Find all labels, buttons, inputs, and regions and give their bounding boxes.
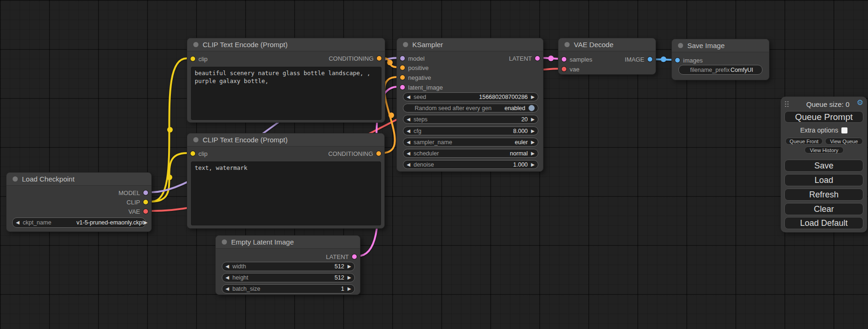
- decrement-arrow-icon[interactable]: ◀: [226, 264, 229, 269]
- increment-arrow-icon[interactable]: ▶: [531, 117, 535, 122]
- batch-size-widget[interactable]: ◀ batch_size 1 ▶: [222, 284, 355, 294]
- image-output-dot[interactable]: [648, 57, 652, 62]
- decrement-arrow-icon[interactable]: ◀: [407, 162, 410, 167]
- increment-arrow-icon[interactable]: ▶: [144, 220, 148, 225]
- decrement-arrow-icon[interactable]: ◀: [16, 220, 20, 225]
- input-slot-vae[interactable]: vae: [562, 65, 579, 73]
- decrement-arrow-icon[interactable]: ◀: [407, 151, 410, 156]
- latent-output-dot[interactable]: [535, 56, 540, 61]
- node-title-bar[interactable]: Save Image: [672, 39, 769, 52]
- decrement-arrow-icon[interactable]: ◀: [407, 140, 410, 145]
- output-slot-latent[interactable]: LATENT: [326, 253, 357, 260]
- cfg-widget[interactable]: ◀ cfg 8.000 ▶: [403, 126, 538, 135]
- samples-input-dot[interactable]: [562, 57, 566, 62]
- negative-prompt-textarea[interactable]: text, watermark: [191, 161, 381, 225]
- save-button[interactable]: Save: [784, 160, 863, 172]
- collapse-dot-icon[interactable]: [678, 43, 683, 48]
- scheduler-widget[interactable]: ◀ scheduler normal ▶: [403, 149, 538, 158]
- queue-prompt-button[interactable]: Queue Prompt: [784, 111, 863, 123]
- output-slot-conditioning[interactable]: CONDITIONING: [328, 150, 381, 157]
- output-slot-vae[interactable]: VAE: [128, 208, 148, 215]
- node-save-image[interactable]: Save Image images filename_prefix ComfyU…: [671, 39, 769, 80]
- vae-output-dot[interactable]: [143, 209, 148, 214]
- decrement-arrow-icon[interactable]: ◀: [226, 275, 229, 280]
- view-history-button[interactable]: View History: [804, 147, 844, 154]
- input-slot-negative[interactable]: negative: [400, 74, 431, 81]
- ckpt-name-widget[interactable]: ◀ ckpt_name v1-5-pruned-emaonly.ckpt ▶: [12, 217, 146, 228]
- input-slot-images[interactable]: images: [675, 56, 703, 64]
- node-title-bar[interactable]: Empty Latent Image: [216, 236, 360, 249]
- input-slot-positive[interactable]: positive: [400, 64, 429, 71]
- node-title-bar[interactable]: CLIP Text Encode (Prompt): [187, 38, 385, 51]
- increment-arrow-icon[interactable]: ▶: [347, 275, 351, 280]
- conditioning-output-dot[interactable]: [376, 151, 381, 156]
- increment-arrow-icon[interactable]: ▶: [347, 287, 351, 291]
- toggle-dot[interactable]: [529, 105, 535, 111]
- queue-front-button[interactable]: Queue Front: [785, 138, 823, 145]
- output-slot-model[interactable]: MODEL: [119, 189, 148, 196]
- negative-input-dot[interactable]: [400, 75, 405, 80]
- positive-input-dot[interactable]: [400, 65, 405, 70]
- node-title-bar[interactable]: CLIP Text Encode (Prompt): [187, 133, 384, 147]
- increment-arrow-icon[interactable]: ▶: [347, 264, 351, 269]
- output-slot-image[interactable]: IMAGE: [625, 56, 652, 63]
- increment-arrow-icon[interactable]: ▶: [531, 151, 535, 156]
- increment-arrow-icon[interactable]: ▶: [531, 162, 535, 167]
- latent-input-dot[interactable]: [400, 85, 405, 90]
- collapse-dot-icon[interactable]: [193, 42, 198, 47]
- view-queue-button[interactable]: View Queue: [825, 138, 863, 145]
- output-slot-clip[interactable]: CLIP: [127, 198, 148, 206]
- output-slot-conditioning[interactable]: CONDITIONING: [329, 55, 381, 62]
- increment-arrow-icon[interactable]: ▶: [531, 140, 535, 145]
- increment-arrow-icon[interactable]: ▶: [531, 129, 535, 133]
- model-input-dot[interactable]: [400, 56, 405, 61]
- collapse-dot-icon[interactable]: [222, 239, 227, 245]
- node-clip-text-encode-negative[interactable]: CLIP Text Encode (Prompt) clip CONDITION…: [187, 133, 385, 229]
- load-default-button[interactable]: Load Default: [784, 217, 863, 229]
- decrement-arrow-icon[interactable]: ◀: [407, 95, 410, 99]
- decrement-arrow-icon[interactable]: ◀: [226, 287, 229, 291]
- input-slot-model[interactable]: model: [400, 55, 424, 62]
- node-ksampler[interactable]: KSampler model positive negative latent_…: [396, 38, 543, 172]
- images-input-dot[interactable]: [675, 58, 680, 63]
- input-slot-clip[interactable]: clip: [191, 150, 208, 157]
- comfyui-canvas[interactable]: { "colors": { "clip": "#f0cf1b", "condit…: [0, 0, 868, 329]
- drag-handle-icon[interactable]: [785, 101, 789, 107]
- output-slot-latent[interactable]: LATENT: [509, 55, 540, 62]
- input-slot-samples[interactable]: samples: [562, 56, 592, 63]
- filename-prefix-widget[interactable]: filename_prefix ComfyUI: [678, 65, 762, 75]
- clear-button[interactable]: Clear: [784, 203, 863, 215]
- settings-gear-icon[interactable]: ⚙: [857, 98, 863, 107]
- node-clip-text-encode-positive[interactable]: CLIP Text Encode (Prompt) clip CONDITION…: [187, 38, 385, 123]
- height-widget[interactable]: ◀ height 512 ▶: [222, 273, 355, 282]
- load-button[interactable]: Load: [784, 174, 863, 186]
- clip-input-dot[interactable]: [191, 151, 195, 156]
- node-title-bar[interactable]: Load Checkpoint: [7, 173, 151, 186]
- denoise-widget[interactable]: ◀ denoise 1.000 ▶: [403, 160, 538, 169]
- model-output-dot[interactable]: [143, 190, 148, 195]
- input-slot-clip[interactable]: clip: [191, 55, 208, 63]
- extra-options-checkbox[interactable]: [841, 127, 847, 133]
- collapse-dot-icon[interactable]: [403, 42, 408, 47]
- node-load-checkpoint[interactable]: Load Checkpoint MODEL CLIP VAE ◀ ckpt_na…: [6, 172, 152, 232]
- width-widget[interactable]: ◀ width 512 ▶: [222, 262, 355, 271]
- decrement-arrow-icon[interactable]: ◀: [407, 117, 410, 122]
- random-seed-toggle-widget[interactable]: Random seed after every gen enabled: [403, 104, 538, 112]
- positive-prompt-textarea[interactable]: beautiful scenery nature glass bottle la…: [191, 67, 381, 120]
- node-vae-decode[interactable]: VAE Decode samples vae IMAGE: [558, 38, 656, 75]
- vae-input-dot[interactable]: [562, 67, 566, 71]
- input-slot-latent-image[interactable]: latent_image: [400, 84, 443, 91]
- conditioning-output-dot[interactable]: [377, 56, 381, 61]
- collapse-dot-icon[interactable]: [13, 176, 18, 182]
- node-title-bar[interactable]: KSampler: [397, 38, 543, 51]
- refresh-button[interactable]: Refresh: [784, 189, 863, 201]
- sampler-name-widget[interactable]: ◀ sampler_name euler ▶: [403, 138, 538, 147]
- clip-input-dot[interactable]: [191, 56, 195, 61]
- steps-widget[interactable]: ◀ steps 20 ▶: [403, 115, 538, 124]
- queue-panel[interactable]: Queue size: 0 ⚙ Queue Prompt Extra optio…: [781, 97, 867, 232]
- collapse-dot-icon[interactable]: [193, 137, 198, 142]
- decrement-arrow-icon[interactable]: ◀: [407, 129, 410, 133]
- seed-widget[interactable]: ◀ seed 156680208700286 ▶: [403, 92, 538, 101]
- node-title-bar[interactable]: VAE Decode: [558, 38, 656, 51]
- increment-arrow-icon[interactable]: ▶: [531, 95, 535, 99]
